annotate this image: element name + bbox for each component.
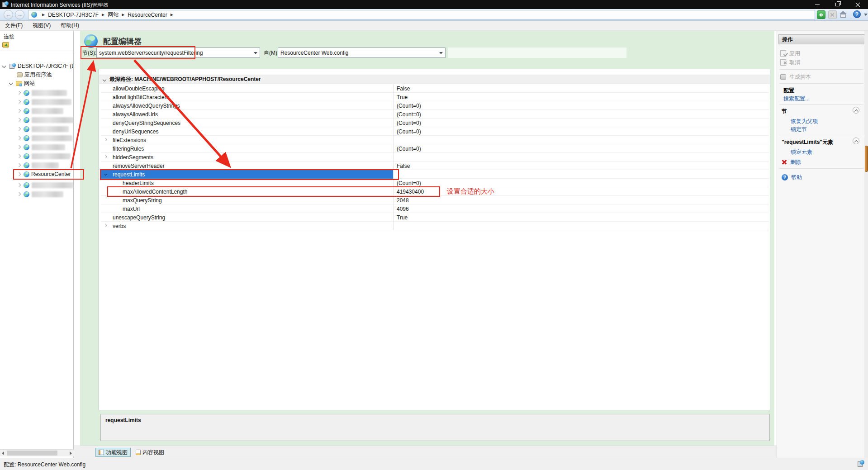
grid-row-denyUrlSequences[interactable]: denyUrlSequences(Count=0)	[101, 127, 769, 136]
help-caret-icon[interactable]	[861, 10, 868, 19]
grid-group-header[interactable]: 最深路径: MACHINE/WEBROOT/APPHOST/ResourceCe…	[99, 75, 770, 84]
chevron-right-icon[interactable]	[17, 163, 21, 167]
property-name-cell[interactable]: denyUrlSequences	[101, 127, 393, 136]
cancel-button[interactable]: 取消	[780, 59, 800, 66]
property-value[interactable]: (Count=0)	[393, 101, 764, 110]
scroll-left-icon[interactable]	[2, 451, 4, 455]
help-link[interactable]: ?帮助	[782, 174, 802, 181]
restore-button[interactable]	[827, 0, 848, 9]
property-name-cell[interactable]: alwaysAllowedQueryStrings	[101, 101, 393, 110]
property-value[interactable]: 4096	[393, 204, 764, 213]
collapse-element-icon[interactable]	[853, 138, 859, 144]
chevron-down-icon[interactable]	[9, 81, 13, 85]
property-name-cell[interactable]: alwaysAllowedUrls	[101, 110, 393, 119]
search-config-link[interactable]: 搜索配置...	[783, 95, 810, 102]
chevron-right-icon[interactable]	[104, 155, 107, 158]
grid-row-allowDoubleEscaping[interactable]: allowDoubleEscapingFalse	[101, 84, 769, 93]
tree-node-masked-site[interactable]	[0, 152, 74, 161]
grid-row-unescapeQueryString[interactable]: unescapeQueryStringTrue	[101, 213, 769, 222]
breadcrumb-sites[interactable]: 网站	[108, 11, 119, 19]
property-value[interactable]: (Count=0)	[393, 127, 764, 136]
grid-row-maxUrl[interactable]: maxUrl4096	[101, 204, 769, 213]
tree-node-sites[interactable]: 网站	[0, 79, 74, 88]
tree-node-masked-site[interactable]	[0, 115, 74, 124]
property-value[interactable]: (Count=0)	[393, 110, 764, 119]
property-name-cell[interactable]: denyQueryStringSequences	[101, 119, 393, 127]
grid-row-denyQueryStringSequences[interactable]: denyQueryStringSequences(Count=0)	[101, 119, 769, 127]
tree-node-masked-site[interactable]	[0, 97, 74, 106]
property-name-cell[interactable]: unescapeQueryString	[101, 213, 393, 222]
property-value[interactable]	[393, 170, 764, 179]
help-icon[interactable]: ?	[853, 10, 861, 18]
tree-node-label[interactable]: 网站	[24, 80, 35, 87]
property-value[interactable]: False	[393, 161, 764, 170]
tree-node-masked-site[interactable]	[0, 190, 74, 199]
tab-feature-view[interactable]: 功能视图	[95, 448, 131, 457]
property-name-cell[interactable]: maxUrl	[101, 204, 393, 213]
breadcrumb-server[interactable]: DESKTOP-7JR3C7F	[48, 12, 99, 18]
chevron-right-icon[interactable]	[104, 224, 107, 227]
tree-node-label[interactable]: DESKTOP-7JR3C7F (DESKT	[18, 63, 74, 69]
grid-row-fileExtensions[interactable]: fileExtensions	[101, 136, 769, 144]
property-name-cell[interactable]: fileExtensions	[101, 136, 393, 144]
apply-button[interactable]: 应用	[780, 50, 800, 57]
grid-row-alwaysAllowedQueryStrings[interactable]: alwaysAllowedQueryStrings(Count=0)	[101, 101, 769, 110]
property-name-cell[interactable]: maxQueryString	[101, 196, 393, 204]
home-icon[interactable]	[839, 10, 848, 19]
property-value[interactable]: False	[393, 84, 764, 93]
menu-view[interactable]: 视图(V)	[28, 20, 56, 31]
chevron-right-icon[interactable]	[104, 138, 107, 141]
chevron-right-icon[interactable]	[17, 145, 21, 149]
chevron-down-icon[interactable]	[254, 52, 257, 54]
restart-icon[interactable]	[817, 10, 825, 19]
chevron-right-icon[interactable]	[17, 154, 21, 158]
chevron-down-icon[interactable]	[2, 64, 6, 68]
chevron-right-icon[interactable]	[17, 100, 21, 104]
grid-row-maxQueryString[interactable]: maxQueryString2048	[101, 196, 769, 204]
property-value[interactable]: (Count=0)	[393, 119, 764, 127]
grid-row-allowHighBitCharacters[interactable]: allowHighBitCharactersTrue	[101, 93, 769, 101]
property-name-cell[interactable]: verbs	[101, 222, 393, 230]
grid-row-hiddenSegments[interactable]: hiddenSegments	[101, 153, 769, 161]
property-value[interactable]	[393, 153, 764, 161]
chevron-right-icon[interactable]	[17, 109, 21, 113]
delete-link[interactable]: 删除	[782, 158, 801, 166]
property-name-cell[interactable]: allowDoubleEscaping	[101, 84, 393, 93]
grid-row-alwaysAllowedUrls[interactable]: alwaysAllowedUrls(Count=0)	[101, 110, 769, 119]
forward-button[interactable]: →	[15, 10, 24, 19]
scroll-right-icon[interactable]	[70, 451, 72, 455]
tree-node-label[interactable]: 应用程序池	[24, 71, 52, 79]
lock-element-link[interactable]: 锁定元素	[791, 148, 812, 156]
property-value[interactable]: (Count=0)	[393, 144, 764, 153]
collapse-section-icon[interactable]	[853, 107, 859, 114]
tab-content-view[interactable]: 内容视图	[133, 448, 167, 457]
chevron-down-icon[interactable]	[439, 52, 443, 54]
tree-node-masked-site[interactable]	[0, 161, 74, 170]
chevron-right-icon[interactable]	[17, 91, 21, 95]
lock-section-link[interactable]: 锁定节	[791, 126, 807, 133]
menu-file[interactable]: 文件(F)	[0, 20, 28, 31]
breadcrumb-site[interactable]: ResourceCenter	[128, 12, 167, 18]
breadcrumb[interactable]: ▶ DESKTOP-7JR3C7F ▶ 网站 ▶ ResourceCenter …	[28, 10, 815, 19]
tree-node-app-pools[interactable]: 应用程序池	[0, 70, 74, 79]
tree-node-masked-site[interactable]	[0, 142, 74, 152]
scroll-thumb[interactable]	[865, 146, 868, 172]
menu-help[interactable]: 帮助(H)	[56, 20, 84, 31]
actions-scrollbar[interactable]	[864, 31, 868, 458]
property-value[interactable]: True	[393, 93, 764, 101]
tree-node-masked-site[interactable]	[0, 180, 74, 190]
back-button[interactable]: ←	[4, 10, 13, 19]
tree-node-masked-site[interactable]	[0, 133, 74, 142]
property-value[interactable]	[393, 222, 764, 230]
chevron-down-icon[interactable]	[103, 77, 106, 81]
chevron-right-icon[interactable]	[17, 192, 21, 196]
minimize-button[interactable]	[807, 0, 827, 9]
property-name-cell[interactable]: filteringRules	[101, 144, 393, 153]
tree-node-server[interactable]: DESKTOP-7JR3C7F (DESKT	[0, 62, 74, 71]
chevron-right-icon[interactable]	[17, 136, 21, 140]
property-value[interactable]	[393, 136, 764, 144]
tree-node-masked-site[interactable]	[0, 124, 74, 133]
chevron-right-icon[interactable]	[17, 183, 21, 187]
grid-row-filteringRules[interactable]: filteringRules(Count=0)	[101, 144, 769, 153]
tree-node-masked-site[interactable]	[0, 88, 74, 97]
